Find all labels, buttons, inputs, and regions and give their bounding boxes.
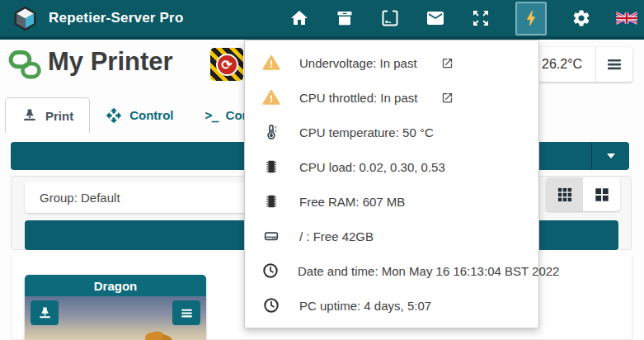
health-row: / : Free 42GB xyxy=(245,219,538,253)
health-row: CPU temperature: 50 °C xyxy=(245,115,538,149)
accordion-expand-zone[interactable] xyxy=(591,142,629,170)
health-row: Free RAM: 607 MB xyxy=(245,184,538,219)
hard-drive-icon xyxy=(261,227,281,245)
settings-gear-icon[interactable] xyxy=(571,2,592,35)
health-row-label: Free RAM: 607 MB xyxy=(299,195,405,209)
health-row-label: / : Free 42GB xyxy=(299,229,374,243)
thermometer-icon xyxy=(261,123,281,141)
top-navbar: Repetier-Server Pro xyxy=(0,0,644,40)
warning-icon xyxy=(261,88,281,106)
console-prompt-icon: >_ xyxy=(205,108,219,123)
grid-view-small-button[interactable] xyxy=(546,177,583,211)
printer-name-title: My Printer xyxy=(48,47,173,77)
power-status-icon[interactable] xyxy=(515,2,547,35)
health-row-label: CPU load: 0.02, 0.30, 0.53 xyxy=(299,160,445,174)
printer-card-preview-image xyxy=(25,296,206,340)
tab-print[interactable]: Print xyxy=(5,97,90,133)
print-tab-icon xyxy=(21,107,38,124)
tab-label: Control xyxy=(129,108,173,122)
warning-icon xyxy=(261,54,281,72)
clock-icon xyxy=(261,262,280,280)
archive-icon[interactable] xyxy=(334,2,355,35)
health-row-label: Undervoltage: In past xyxy=(299,56,417,70)
printer-card-print-button[interactable] xyxy=(31,300,59,325)
fullscreen-icon[interactable] xyxy=(470,2,491,35)
control-move-icon xyxy=(106,107,122,124)
home-icon[interactable] xyxy=(289,2,310,35)
temperature-value: 26.2°C xyxy=(542,57,582,72)
connection-link-icon[interactable] xyxy=(7,46,44,83)
repetier-logo-icon xyxy=(12,5,39,32)
health-row-label: CPU throttled: In past xyxy=(299,91,417,105)
messages-icon[interactable] xyxy=(425,2,446,35)
tab-control[interactable]: Control xyxy=(90,97,189,133)
emergency-stop-button[interactable]: ⟳ xyxy=(210,48,243,81)
group-select-value: Group: Default xyxy=(40,191,120,205)
view-toggle-group xyxy=(546,177,620,211)
emergency-stop-icon: ⟳ xyxy=(216,54,238,76)
grid-view-large-button[interactable] xyxy=(583,177,620,211)
printer-card-title: Dragon xyxy=(25,275,206,296)
clock-icon xyxy=(261,296,281,314)
cpu-chip-icon xyxy=(261,192,281,210)
health-row: Date and time: Mon May 16 16:13:04 BST 2… xyxy=(245,253,538,288)
tab-label: Print xyxy=(45,109,73,123)
external-link-icon[interactable] xyxy=(441,57,454,69)
printer-card-menu-button[interactable] xyxy=(172,300,200,325)
health-row: CPU load: 0.02, 0.30, 0.53 xyxy=(245,149,538,184)
health-row: PC uptime: 4 days, 5:07 xyxy=(245,288,538,323)
external-link-icon[interactable] xyxy=(441,92,454,104)
health-row[interactable]: CPU throttled: In past xyxy=(245,80,538,115)
navbar-icon-group xyxy=(289,0,637,36)
health-row[interactable]: Undervoltage: In past xyxy=(245,45,538,80)
health-row-label: CPU temperature: 50 °C xyxy=(299,125,434,139)
language-flag-icon[interactable] xyxy=(616,2,637,35)
system-health-dropdown: Undervoltage: In pastCPU throttled: In p… xyxy=(244,40,539,328)
chevron-down-icon xyxy=(607,153,615,158)
app-title: Repetier-Server Pro xyxy=(49,10,183,26)
repetier-server-app: Repetier-Server Pro My Printer ⟳ 26.2°C xyxy=(0,0,644,340)
health-row-label: PC uptime: 4 days, 5:07 xyxy=(299,299,431,313)
printer-card-dragon[interactable]: Dragon xyxy=(25,275,206,340)
app-logo[interactable]: Repetier-Server Pro xyxy=(12,0,183,36)
cpu-chip-icon xyxy=(261,158,281,176)
dragon-model-image xyxy=(161,334,174,340)
printers-icon[interactable] xyxy=(379,2,401,35)
health-row-label: Date and time: Mon May 16 16:13:04 BST 2… xyxy=(298,264,559,278)
printer-menu-button[interactable] xyxy=(596,47,632,82)
